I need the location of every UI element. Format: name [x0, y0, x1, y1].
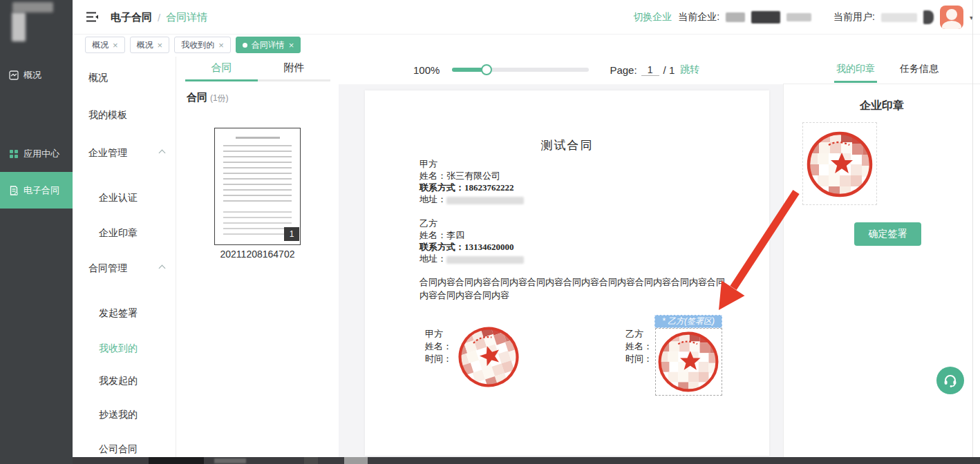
right-panel-divider [783, 84, 980, 84]
sign-name-label: 姓名： [625, 340, 652, 353]
tab-chip-received[interactable]: 我收到的 × [174, 37, 231, 53]
window-right-edge [972, 0, 973, 457]
customer-service-button[interactable] [936, 367, 964, 394]
open-tabs-bar: 概况 × 概况 × 我收到的 × 合同详情 × [73, 35, 980, 55]
confirm-sign-button[interactable]: 确定签署 [854, 222, 921, 246]
party-b-info: 乙方 姓名：李四 联系方式：13134620000 地址： [420, 218, 524, 264]
page-label: Page: [610, 64, 637, 76]
right-tab-my-seal[interactable]: 我的印章 [836, 63, 875, 75]
contract-body-line: 合同内容合同内容合同内容合同内容合同内容合同内容合同内容合同内容合同 [420, 276, 732, 289]
menu-item-received[interactable]: 我收到的 [73, 340, 176, 356]
page-thumbnail[interactable]: 1 [214, 128, 301, 245]
menu-item-company-auth[interactable]: 企业认证 [73, 189, 176, 206]
menu-item-label: 企业管理 [88, 147, 127, 158]
primary-sidebar: 概况 应用中心 电子合同 [0, 0, 73, 464]
menu-item-label: 抄送我的 [99, 409, 138, 420]
thumbnail-text-line [236, 137, 280, 139]
close-icon[interactable]: × [218, 40, 224, 50]
zoom-slider[interactable] [452, 68, 589, 72]
menu-item-overview[interactable]: 概况 [73, 69, 176, 86]
party-b-sign-zone[interactable] [655, 328, 722, 396]
redacted-company-name [786, 13, 811, 21]
user-avatar[interactable] [940, 6, 963, 29]
contract-body-line: 内容合同内容合同内容 [420, 289, 732, 302]
tab-chip-overview-2[interactable]: 概况 × [130, 37, 170, 53]
sign-party: 乙方 [625, 328, 652, 340]
background-window-block [214, 458, 246, 463]
redacted-company-name [726, 12, 745, 22]
menu-item-label: 企业认证 [99, 192, 138, 203]
menu-item-label: 发起签署 [99, 307, 138, 318]
viewer-tab-attachment[interactable]: 附件 [258, 61, 330, 75]
menu-item-company-contracts[interactable]: 公司合同 [73, 441, 176, 457]
menu-item-label: 概况 [88, 72, 108, 83]
menu-item-initiate-sign[interactable]: 发起签署 [73, 304, 176, 321]
redacted-user-name [881, 13, 917, 22]
party-a-heading: 甲方 [420, 158, 524, 170]
close-icon[interactable]: × [113, 40, 118, 50]
party-b-contact: 联系方式：13134620000 [420, 241, 524, 253]
secondary-sidebar: 概况 我的模板 企业管理 企业认证 企业印章 合同管理 发起签署 我收到的 我发… [73, 57, 176, 457]
redacted-address [446, 197, 524, 204]
menu-item-company-seal[interactable]: 企业印章 [73, 224, 176, 241]
company-seal-draggable[interactable] [802, 122, 877, 205]
menu-item-contract-management[interactable]: 合同管理 [73, 260, 176, 276]
chevron-up-icon [159, 265, 166, 272]
switch-company-link[interactable]: 切换企业 [633, 11, 672, 23]
breadcrumb-root[interactable]: 电子合同 [111, 11, 152, 24]
zoom-slider-handle[interactable] [481, 64, 492, 75]
sign-name-label: 姓名： [425, 340, 452, 353]
sidebar-item-app-center[interactable]: 应用中心 [0, 144, 73, 164]
address-label: 地址： [420, 253, 446, 264]
sidebar-item-label: 应用中心 [23, 148, 59, 160]
menu-item-my-templates[interactable]: 我的模板 [73, 106, 176, 123]
party-a-address: 地址： [420, 193, 524, 205]
overview-chart-icon [9, 70, 19, 80]
redacted-user-name [923, 10, 934, 24]
page-jump-link[interactable]: 跳转 [680, 64, 699, 76]
company-seal-stamp [805, 130, 874, 199]
party-b-name: 姓名：李四 [420, 229, 524, 241]
seal-panel: 企业印章 确定签署 [783, 84, 980, 457]
top-header: 电子合同 / 合同详情 切换企业 当前企业: 当前用户: ▾ [73, 0, 980, 35]
menu-item-cc-to-me[interactable]: 抄送我的 [73, 406, 176, 423]
seal-panel-title: 企业印章 [784, 99, 980, 113]
breadcrumb-separator: / [158, 12, 160, 23]
menu-item-company-management[interactable]: 企业管理 [73, 144, 176, 161]
thumbnail-text-lines [223, 145, 292, 206]
header-right-cluster: 切换企业 当前企业: 当前用户: ▾ [633, 0, 973, 35]
collapse-menu-icon[interactable] [86, 12, 98, 22]
page-number-input[interactable] [641, 64, 659, 76]
sidebar-item-label: 概况 [23, 69, 41, 81]
menu-item-label: 我发起的 [99, 375, 138, 386]
close-icon[interactable]: × [289, 40, 294, 50]
page-total: / 1 [663, 64, 675, 76]
right-tab-task-info[interactable]: 任务信息 [900, 63, 939, 75]
menu-item-label: 我收到的 [99, 342, 138, 354]
background-window-strip [73, 457, 980, 464]
sidebar-item-e-contract[interactable]: 电子合同 [0, 172, 73, 209]
sidebar-item-overview[interactable]: 概况 [0, 65, 73, 86]
tab-chip-overview-1[interactable]: 概况 × [85, 37, 125, 53]
party-b-address: 地址： [420, 253, 524, 264]
page-number-badge: 1 [284, 227, 299, 241]
party-a-contact: 联系方式：18623762222 [420, 182, 524, 193]
tab-chip-contract-detail[interactable]: 合同详情 × [236, 37, 301, 53]
party-a-seal-stamp [457, 325, 520, 389]
menu-item-initiated-by-me[interactable]: 我发起的 [73, 372, 176, 389]
tab-chip-label: 合同详情 [252, 39, 285, 51]
address-label: 地址： [420, 194, 446, 204]
viewer-tab-contract[interactable]: 合同 [185, 61, 258, 75]
breadcrumb-current: 合同详情 [166, 11, 207, 24]
headset-icon [943, 373, 958, 388]
sign-zone-label: * 乙方(签署区) [654, 315, 722, 328]
party-b-heading: 乙方 [420, 218, 524, 229]
viewer-toolbar: 合同 附件 100% Page: / 1 跳转 我的印章 任务信息 [176, 55, 980, 84]
chevron-up-icon [159, 150, 166, 157]
tab-chip-label: 概况 [137, 39, 153, 51]
sign-party: 甲方 [425, 328, 452, 340]
close-icon[interactable]: × [158, 40, 163, 50]
thumbnail-panel: 合同 (1份) 1 20211208164702 [176, 84, 339, 457]
sign-time-label: 时间： [425, 353, 452, 365]
sign-time-label: 时间： [625, 353, 652, 365]
